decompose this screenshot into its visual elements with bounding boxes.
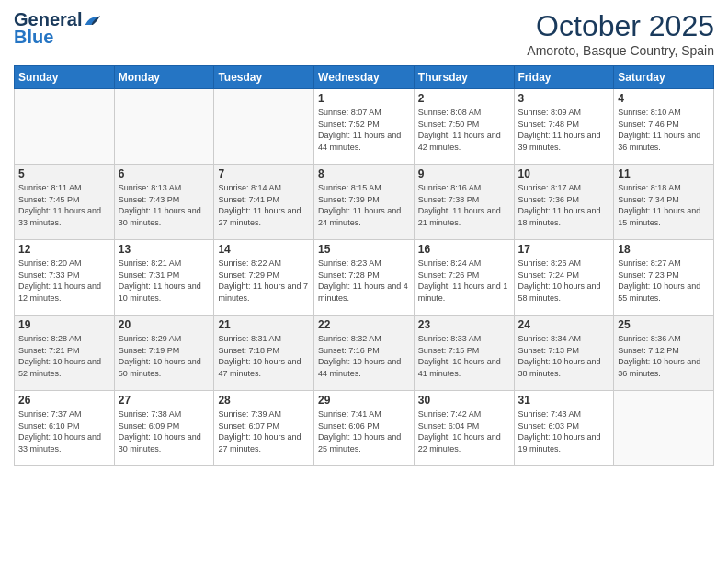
logo-bird-icon bbox=[84, 14, 100, 27]
logo-blue: Blue bbox=[14, 27, 53, 48]
day-info: Sunrise: 8:18 AM Sunset: 7:34 PM Dayligh… bbox=[618, 182, 710, 228]
day-info: Sunrise: 7:37 AM Sunset: 6:10 PM Dayligh… bbox=[18, 408, 110, 454]
day-number: 2 bbox=[418, 92, 510, 105]
calendar-week-row: 12Sunrise: 8:20 AM Sunset: 7:33 PM Dayli… bbox=[15, 240, 714, 316]
day-number: 17 bbox=[518, 243, 610, 256]
day-info: Sunrise: 7:41 AM Sunset: 6:06 PM Dayligh… bbox=[318, 408, 410, 454]
calendar-weekday-sunday: Sunday bbox=[15, 66, 115, 89]
day-info: Sunrise: 8:34 AM Sunset: 7:13 PM Dayligh… bbox=[518, 333, 610, 379]
calendar-weekday-friday: Friday bbox=[514, 66, 614, 89]
day-info: Sunrise: 8:23 AM Sunset: 7:28 PM Dayligh… bbox=[318, 258, 410, 304]
day-number: 28 bbox=[218, 394, 310, 407]
day-number: 22 bbox=[318, 318, 410, 331]
day-number: 9 bbox=[418, 167, 510, 180]
calendar-week-row: 19Sunrise: 8:28 AM Sunset: 7:21 PM Dayli… bbox=[15, 316, 714, 391]
day-info: Sunrise: 8:17 AM Sunset: 7:36 PM Dayligh… bbox=[518, 182, 610, 228]
calendar-cell: 21Sunrise: 8:31 AM Sunset: 7:18 PM Dayli… bbox=[214, 316, 314, 391]
calendar-weekday-saturday: Saturday bbox=[614, 66, 714, 89]
day-info: Sunrise: 8:24 AM Sunset: 7:26 PM Dayligh… bbox=[418, 258, 510, 304]
calendar-weekday-tuesday: Tuesday bbox=[214, 66, 314, 89]
day-info: Sunrise: 8:10 AM Sunset: 7:46 PM Dayligh… bbox=[618, 107, 710, 153]
title-area: October 2025 Amoroto, Basque Country, Sp… bbox=[527, 9, 714, 58]
calendar-cell bbox=[15, 89, 115, 165]
calendar-cell bbox=[114, 89, 214, 165]
day-info: Sunrise: 8:14 AM Sunset: 7:41 PM Dayligh… bbox=[218, 182, 310, 228]
day-info: Sunrise: 8:15 AM Sunset: 7:39 PM Dayligh… bbox=[318, 182, 410, 228]
calendar-cell: 14Sunrise: 8:22 AM Sunset: 7:29 PM Dayli… bbox=[214, 240, 314, 316]
calendar-cell: 11Sunrise: 8:18 AM Sunset: 7:34 PM Dayli… bbox=[614, 165, 714, 240]
calendar-cell: 31Sunrise: 7:43 AM Sunset: 6:03 PM Dayli… bbox=[514, 391, 614, 466]
day-number: 10 bbox=[518, 167, 610, 180]
day-number: 12 bbox=[18, 243, 110, 256]
day-number: 14 bbox=[218, 243, 310, 256]
day-number: 7 bbox=[218, 167, 310, 180]
calendar-cell: 23Sunrise: 8:33 AM Sunset: 7:15 PM Dayli… bbox=[414, 316, 514, 391]
day-number: 20 bbox=[119, 318, 210, 331]
day-number: 6 bbox=[119, 167, 210, 180]
calendar-header-row: SundayMondayTuesdayWednesdayThursdayFrid… bbox=[15, 66, 714, 89]
calendar-cell: 13Sunrise: 8:21 AM Sunset: 7:31 PM Dayli… bbox=[114, 240, 214, 316]
calendar-cell: 16Sunrise: 8:24 AM Sunset: 7:26 PM Dayli… bbox=[414, 240, 514, 316]
calendar-cell: 24Sunrise: 8:34 AM Sunset: 7:13 PM Dayli… bbox=[514, 316, 614, 391]
day-info: Sunrise: 8:07 AM Sunset: 7:52 PM Dayligh… bbox=[318, 107, 410, 153]
day-number: 25 bbox=[618, 318, 710, 331]
calendar-cell: 18Sunrise: 8:27 AM Sunset: 7:23 PM Dayli… bbox=[614, 240, 714, 316]
calendar-cell: 17Sunrise: 8:26 AM Sunset: 7:24 PM Dayli… bbox=[514, 240, 614, 316]
day-info: Sunrise: 7:43 AM Sunset: 6:03 PM Dayligh… bbox=[518, 408, 610, 454]
calendar-cell bbox=[614, 391, 714, 466]
day-info: Sunrise: 8:29 AM Sunset: 7:19 PM Dayligh… bbox=[119, 333, 210, 379]
calendar-cell: 15Sunrise: 8:23 AM Sunset: 7:28 PM Dayli… bbox=[314, 240, 415, 316]
month-title: October 2025 bbox=[527, 9, 714, 43]
day-info: Sunrise: 8:27 AM Sunset: 7:23 PM Dayligh… bbox=[618, 258, 710, 304]
day-number: 19 bbox=[18, 318, 110, 331]
day-info: Sunrise: 8:36 AM Sunset: 7:12 PM Dayligh… bbox=[618, 333, 710, 379]
day-info: Sunrise: 8:20 AM Sunset: 7:33 PM Dayligh… bbox=[18, 258, 110, 304]
calendar-cell: 22Sunrise: 8:32 AM Sunset: 7:16 PM Dayli… bbox=[314, 316, 415, 391]
calendar-cell bbox=[214, 89, 314, 165]
calendar-cell: 5Sunrise: 8:11 AM Sunset: 7:45 PM Daylig… bbox=[15, 165, 115, 240]
location: Amoroto, Basque Country, Spain bbox=[527, 43, 714, 58]
day-number: 3 bbox=[518, 92, 610, 105]
day-number: 23 bbox=[418, 318, 510, 331]
calendar-weekday-thursday: Thursday bbox=[414, 66, 514, 89]
calendar-cell: 19Sunrise: 8:28 AM Sunset: 7:21 PM Dayli… bbox=[15, 316, 115, 391]
calendar-week-row: 26Sunrise: 7:37 AM Sunset: 6:10 PM Dayli… bbox=[15, 391, 714, 466]
day-info: Sunrise: 8:11 AM Sunset: 7:45 PM Dayligh… bbox=[18, 182, 110, 228]
calendar-cell: 3Sunrise: 8:09 AM Sunset: 7:48 PM Daylig… bbox=[514, 89, 614, 165]
calendar-week-row: 1Sunrise: 8:07 AM Sunset: 7:52 PM Daylig… bbox=[15, 89, 714, 165]
calendar-weekday-wednesday: Wednesday bbox=[314, 66, 415, 89]
day-number: 24 bbox=[518, 318, 610, 331]
calendar-cell: 8Sunrise: 8:15 AM Sunset: 7:39 PM Daylig… bbox=[314, 165, 415, 240]
day-number: 15 bbox=[318, 243, 410, 256]
calendar-cell: 27Sunrise: 7:38 AM Sunset: 6:09 PM Dayli… bbox=[114, 391, 214, 466]
day-number: 26 bbox=[18, 394, 110, 407]
day-info: Sunrise: 8:13 AM Sunset: 7:43 PM Dayligh… bbox=[119, 182, 210, 228]
day-number: 18 bbox=[618, 243, 710, 256]
day-number: 29 bbox=[318, 394, 410, 407]
day-info: Sunrise: 8:22 AM Sunset: 7:29 PM Dayligh… bbox=[218, 258, 310, 304]
day-info: Sunrise: 8:09 AM Sunset: 7:48 PM Dayligh… bbox=[518, 107, 610, 153]
day-number: 8 bbox=[318, 167, 410, 180]
day-number: 16 bbox=[418, 243, 510, 256]
day-info: Sunrise: 7:38 AM Sunset: 6:09 PM Dayligh… bbox=[119, 408, 210, 454]
day-info: Sunrise: 8:32 AM Sunset: 7:16 PM Dayligh… bbox=[318, 333, 410, 379]
calendar-cell: 4Sunrise: 8:10 AM Sunset: 7:46 PM Daylig… bbox=[614, 89, 714, 165]
day-number: 1 bbox=[318, 92, 410, 105]
calendar-cell: 12Sunrise: 8:20 AM Sunset: 7:33 PM Dayli… bbox=[15, 240, 115, 316]
calendar-cell: 10Sunrise: 8:17 AM Sunset: 7:36 PM Dayli… bbox=[514, 165, 614, 240]
day-info: Sunrise: 8:16 AM Sunset: 7:38 PM Dayligh… bbox=[418, 182, 510, 228]
calendar-cell: 1Sunrise: 8:07 AM Sunset: 7:52 PM Daylig… bbox=[314, 89, 415, 165]
day-number: 31 bbox=[518, 394, 610, 407]
day-info: Sunrise: 8:33 AM Sunset: 7:15 PM Dayligh… bbox=[418, 333, 510, 379]
calendar-cell: 9Sunrise: 8:16 AM Sunset: 7:38 PM Daylig… bbox=[414, 165, 514, 240]
day-number: 4 bbox=[618, 92, 710, 105]
page: General Blue October 2025 Amoroto, Basqu… bbox=[0, 0, 728, 563]
day-number: 13 bbox=[119, 243, 210, 256]
calendar-cell: 25Sunrise: 8:36 AM Sunset: 7:12 PM Dayli… bbox=[614, 316, 714, 391]
calendar-week-row: 5Sunrise: 8:11 AM Sunset: 7:45 PM Daylig… bbox=[15, 165, 714, 240]
calendar-weekday-monday: Monday bbox=[114, 66, 214, 89]
calendar-cell: 29Sunrise: 7:41 AM Sunset: 6:06 PM Dayli… bbox=[314, 391, 415, 466]
calendar-cell: 2Sunrise: 8:08 AM Sunset: 7:50 PM Daylig… bbox=[414, 89, 514, 165]
day-info: Sunrise: 8:21 AM Sunset: 7:31 PM Dayligh… bbox=[119, 258, 210, 304]
day-number: 11 bbox=[618, 167, 710, 180]
